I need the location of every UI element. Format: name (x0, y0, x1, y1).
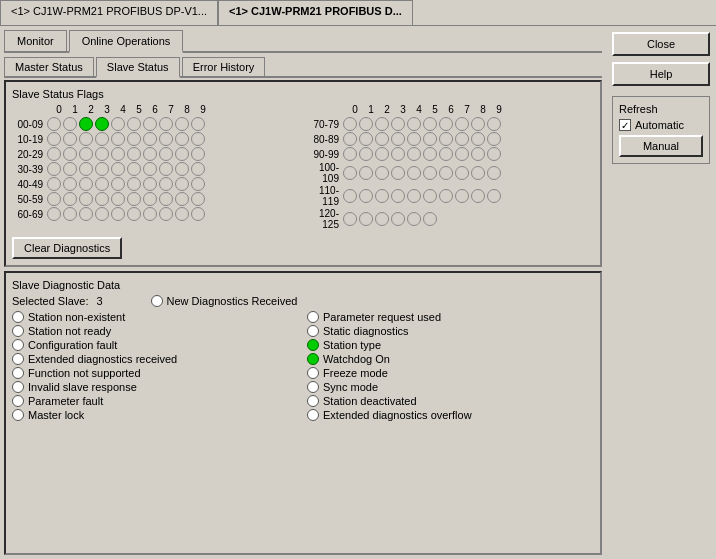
diag-indicator (307, 395, 319, 407)
col-hdr: 3 (395, 104, 411, 115)
flags-grid-left: 0 1 2 3 4 5 6 7 8 9 00-09 (12, 104, 298, 231)
row-label: 50-59 (12, 194, 47, 205)
flag-circle (487, 166, 501, 180)
flag-row: 20-29 (12, 147, 298, 161)
col-hdr: 2 (83, 104, 99, 115)
flag-circle (191, 207, 205, 221)
flag-circle (175, 177, 189, 191)
diag-item: Parameter fault (12, 395, 299, 407)
flag-circle (127, 117, 141, 131)
flag-circle (191, 177, 205, 191)
col-hdr: 7 (459, 104, 475, 115)
diag-indicator (12, 409, 24, 421)
flag-circle (423, 212, 437, 226)
flag-circle (471, 189, 485, 203)
col-hdr: 4 (411, 104, 427, 115)
diag-indicator (307, 367, 319, 379)
circles (343, 212, 501, 226)
flag-circle (127, 147, 141, 161)
flag-circle (175, 147, 189, 161)
diag-col-left: Station non-existentStation not readyCon… (12, 311, 299, 421)
flag-circle (455, 189, 469, 203)
circles (47, 177, 205, 191)
flag-circle (407, 132, 421, 146)
flag-circle (127, 207, 141, 221)
col-hdr: 4 (115, 104, 131, 115)
flag-row: 100-109 (308, 162, 594, 184)
flag-circle (159, 117, 173, 131)
flag-circle (439, 132, 453, 146)
clear-diagnostics-button[interactable]: Clear Diagnostics (12, 237, 122, 259)
circles (343, 166, 501, 180)
diag-item: Extended diagnostics overflow (307, 409, 594, 421)
flag-circle (63, 132, 77, 146)
diag-indicator (307, 311, 319, 323)
flag-circle (47, 207, 61, 221)
left-rows-container: 10-1920-2930-3940-4950-5960-69 (12, 132, 298, 221)
flag-circle (423, 189, 437, 203)
diag-item-label: Station not ready (28, 325, 111, 337)
diag-item: Sync mode (307, 381, 594, 393)
new-diag-label: New Diagnostics Received (167, 295, 298, 307)
diag-item: Static diagnostics (307, 325, 594, 337)
row-label: 90-99 (308, 149, 343, 160)
flag-circle (175, 162, 189, 176)
diag-indicator (307, 325, 319, 337)
row-label: 30-39 (12, 164, 47, 175)
help-button[interactable]: Help (612, 62, 710, 86)
diag-item: Station deactivated (307, 395, 594, 407)
flag-circle (63, 192, 77, 206)
flag-circle (47, 117, 61, 131)
flag-circle (343, 166, 357, 180)
flag-circle (143, 162, 157, 176)
flag-circle (191, 132, 205, 146)
flag-row: 70-79 (308, 117, 594, 131)
flag-circle (127, 132, 141, 146)
selected-slave-row: Selected Slave: 3 New Diagnostics Receiv… (12, 295, 594, 307)
diag-item-label: Freeze mode (323, 367, 388, 379)
col-hdr: 0 (347, 104, 363, 115)
diag-item: Parameter request used (307, 311, 594, 323)
title-tab-1[interactable]: <1> CJ1W-PRM21 PROFIBUS DP-V1... (0, 0, 218, 25)
flag-circle (111, 177, 125, 191)
flag-circle (487, 117, 501, 131)
flag-row: 50-59 (12, 192, 298, 206)
flag-circle (343, 212, 357, 226)
row-label: 80-89 (308, 134, 343, 145)
flag-circle (407, 189, 421, 203)
outer-tab-online-ops[interactable]: Online Operations (69, 30, 184, 53)
flag-circle (47, 162, 61, 176)
flag-circle (191, 147, 205, 161)
diag-indicator (307, 409, 319, 421)
flag-circle (111, 207, 125, 221)
flag-circle (439, 117, 453, 131)
tab-slave-status[interactable]: Slave Status (96, 57, 180, 78)
diag-indicator (307, 381, 319, 393)
circles (47, 132, 205, 146)
diag-item-label: Invalid slave response (28, 381, 137, 393)
flag-circle (111, 147, 125, 161)
diag-indicator (307, 339, 319, 351)
flag-circle (159, 177, 173, 191)
flag-circle (159, 207, 173, 221)
automatic-checkbox[interactable]: ✓ (619, 119, 631, 131)
flag-circle (175, 207, 189, 221)
diag-item-label: Sync mode (323, 381, 378, 393)
tab-master-status[interactable]: Master Status (4, 57, 94, 76)
diag-item-label: Watchdog On (323, 353, 390, 365)
title-tab-2[interactable]: <1> CJ1W-PRM21 PROFIBUS D... (218, 0, 413, 25)
tab-error-history[interactable]: Error History (182, 57, 266, 76)
flag-circle (375, 132, 389, 146)
flag-circle (175, 132, 189, 146)
flag-circle (423, 117, 437, 131)
flag-circle (343, 132, 357, 146)
diag-indicator (12, 395, 24, 407)
automatic-label: Automatic (635, 119, 684, 131)
diag-item: Station non-existent (12, 311, 299, 323)
flag-circle (95, 177, 109, 191)
close-button[interactable]: Close (612, 32, 710, 56)
manual-button[interactable]: Manual (619, 135, 703, 157)
outer-tab-monitor[interactable]: Monitor (4, 30, 67, 51)
flag-circle (79, 192, 93, 206)
flag-row: 120-125 (308, 208, 594, 230)
